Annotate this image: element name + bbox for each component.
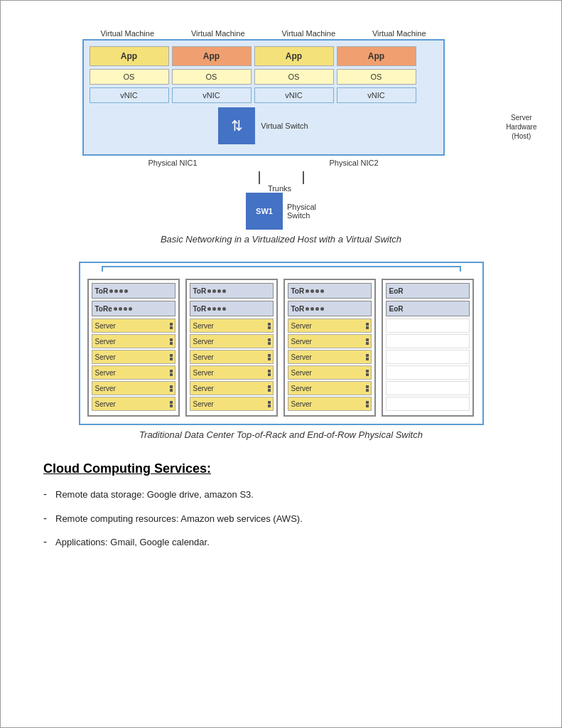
rack3-server5: Server xyxy=(288,381,372,395)
vm-label-2: Virtual Machine xyxy=(179,29,257,38)
server-hardware-label: ServerHardware(Host) xyxy=(506,113,536,141)
bullet-item-2: - Remote computing resources: Amazon web… xyxy=(43,512,533,526)
os-cell-2: OS xyxy=(172,69,252,85)
app-cell-3: App xyxy=(254,46,334,66)
rack3-server6: Server xyxy=(288,397,372,411)
rack3-server4: Server xyxy=(288,365,372,380)
rack2-server4: Server xyxy=(190,365,274,380)
sw1-icon: SW1 xyxy=(246,193,283,230)
phys-nic-row: Physical NIC1 Physical NIC2 xyxy=(82,159,445,167)
eor-empty1 xyxy=(386,318,470,333)
trunks-area: Trunks SW1 PhysicalSwitch xyxy=(82,170,480,230)
diagram1-caption: Basic Networking in a Virtualized Host w… xyxy=(161,234,401,245)
vnic-cell-3: vNIC xyxy=(254,87,334,103)
rack2-server6: Server xyxy=(190,397,274,411)
diagram2-caption: Traditional Data Center Top-of-Rack and … xyxy=(139,429,423,440)
apps-row: App App App App xyxy=(90,46,438,66)
bullet-item-1: - Remote data storage: Google drive, ama… xyxy=(43,488,533,502)
rack2-server5: Server xyxy=(190,381,274,395)
phys-nic1-label: Physical NIC1 xyxy=(148,159,197,167)
vswitch-label: Virtual Switch xyxy=(261,122,308,130)
rack-1: ToR ToRe Server xyxy=(87,279,180,417)
vswitch-row: ⇅ Virtual Switch xyxy=(90,107,438,144)
rack-2: ToR ToR Server xyxy=(185,279,278,417)
eor-row1: EoR xyxy=(386,283,470,299)
rack2-server2: Server xyxy=(190,334,274,348)
eor-rack: EoR EoR xyxy=(382,279,474,417)
phys-nic2-label: Physical NIC2 xyxy=(329,159,378,167)
trunks-label: Trunks xyxy=(268,184,291,193)
eor-empty3 xyxy=(386,350,470,364)
vnic-cell-4: vNIC xyxy=(337,87,416,103)
vm-label-4: Virtual Machine xyxy=(360,29,438,38)
bullet-text-3: Applications: Gmail, Google calendar. xyxy=(55,535,210,550)
bullet-dash-3: - xyxy=(43,535,47,547)
dc-top-lines xyxy=(102,266,461,272)
vnic-cell-2: vNIC xyxy=(172,87,252,103)
eor-empty2 xyxy=(386,334,470,348)
rack1-server5: Server xyxy=(92,381,175,395)
rack2-server1: Server xyxy=(190,318,274,333)
rack1-server6: Server xyxy=(92,397,175,411)
bullet-dash-1: - xyxy=(43,488,47,500)
eor-empty4 xyxy=(386,365,470,380)
page: Virtual Machine Virtual Machine Virtual … xyxy=(0,0,562,728)
vm-label-3: Virtual Machine xyxy=(269,29,347,38)
rack1-tor2: ToRe xyxy=(92,301,175,316)
rack3-server1: Server xyxy=(288,318,372,333)
app-cell-2: App xyxy=(172,46,252,66)
vnic-row: vNIC vNIC vNIC vNIC xyxy=(90,87,438,103)
os-row: OS OS OS OS xyxy=(90,69,438,85)
vm-labels-row: Virtual Machine Virtual Machine Virtual … xyxy=(82,29,445,38)
sw1-label: PhysicalSwitch xyxy=(287,203,316,220)
rack1-server4: Server xyxy=(92,365,175,380)
cloud-section: Cloud Computing Services: - Remote data … xyxy=(29,461,533,550)
rack1-server2: Server xyxy=(92,334,175,348)
vswitch-arrows-icon: ⇅ xyxy=(231,117,243,134)
diagram1: Virtual Machine Virtual Machine Virtual … xyxy=(29,29,533,245)
eor-empty5 xyxy=(386,381,470,395)
vnic-cell-1: vNIC xyxy=(90,87,169,103)
rack2-tor1: ToR xyxy=(190,283,274,299)
rack2-tor2: ToR xyxy=(190,301,274,316)
rack1-server1: Server xyxy=(92,318,175,333)
cloud-section-title: Cloud Computing Services: xyxy=(43,461,533,476)
dc-racks-row: ToR ToRe Server xyxy=(87,279,475,417)
os-cell-4: OS xyxy=(337,69,416,85)
vswitch-icon: ⇅ xyxy=(218,107,255,144)
diagram2: ToR ToRe Server xyxy=(29,262,533,440)
app-cell-4: App xyxy=(337,46,416,66)
os-cell-1: OS xyxy=(90,69,169,85)
bullet-text-1: Remote data storage: Google drive, amazo… xyxy=(55,488,254,502)
bullet-item-3: - Applications: Gmail, Google calendar. xyxy=(43,535,533,550)
bullet-dash-2: - xyxy=(43,512,47,524)
rack3-tor2: ToR xyxy=(288,301,372,316)
rack3-tor1: ToR xyxy=(288,283,372,299)
vm-label-1: Virtual Machine xyxy=(88,29,166,38)
sw1-text: SW1 xyxy=(256,207,273,215)
sw1-row: SW1 PhysicalSwitch xyxy=(246,193,316,230)
eor-row2: EoR xyxy=(386,301,470,316)
virtual-switch-diagram: Virtual Machine Virtual Machine Virtual … xyxy=(82,29,480,230)
dc-diagram: ToR ToRe Server xyxy=(79,262,484,425)
server-box: App App App App OS OS OS OS vNIC xyxy=(82,39,445,156)
eor-empty6 xyxy=(386,397,470,411)
os-cell-3: OS xyxy=(254,69,334,85)
bullet-text-2: Remote computing resources: Amazon web s… xyxy=(55,512,303,526)
rack1-server3: Server xyxy=(92,350,175,364)
rack2-server3: Server xyxy=(190,350,274,364)
rack3-server2: Server xyxy=(288,334,372,348)
rack3-server3: Server xyxy=(288,350,372,364)
rack1-tor1: ToR xyxy=(92,283,175,299)
rack-3: ToR ToR Server xyxy=(283,279,376,417)
app-cell-1: App xyxy=(90,46,169,66)
